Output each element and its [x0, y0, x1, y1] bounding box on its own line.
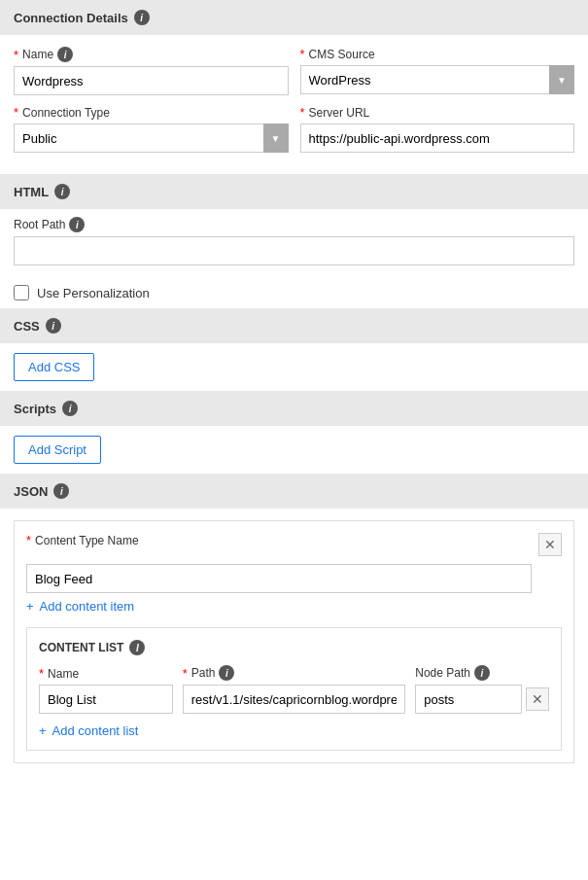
- server-url-label: * Server URL: [300, 105, 575, 120]
- name-input[interactable]: [14, 66, 289, 95]
- name-required-star: *: [14, 48, 18, 62]
- ct-required-star: *: [14, 105, 18, 120]
- connection-type-select-wrapper: Public Private: [14, 123, 289, 153]
- connection-details-header: Connection Details i: [0, 0, 588, 35]
- cl-name-label-text: Name: [48, 667, 79, 681]
- content-list-card: CONTENT LIST i * Name * Path: [26, 627, 562, 751]
- connection-type-select[interactable]: Public Private: [14, 123, 289, 153]
- cl-name-required-star: *: [39, 666, 44, 681]
- content-type-close-button[interactable]: ✕: [538, 533, 562, 556]
- use-personalization-checkbox[interactable]: [14, 285, 29, 300]
- scripts-section-title: Scripts: [14, 402, 56, 416]
- server-url-input[interactable]: [300, 123, 575, 153]
- add-content-item-plus-icon: +: [26, 599, 34, 614]
- content-list-header-text: CONTENT LIST: [39, 641, 123, 654]
- content-list-info-icon[interactable]: i: [129, 640, 145, 655]
- name-info-icon[interactable]: i: [57, 47, 73, 62]
- server-url-label-text: Server URL: [309, 106, 370, 120]
- html-section-title: HTML: [14, 185, 49, 199]
- css-section: CSS i Add CSS: [0, 308, 588, 391]
- scripts-btn-section: Add Script: [0, 426, 588, 474]
- content-list-node-label: Node Path i: [415, 665, 549, 681]
- name-label-text: Name: [22, 48, 53, 61]
- json-section: JSON i * Content Type Name ✕ + Add conte…: [0, 474, 588, 785]
- scripts-section-header: Scripts i: [0, 391, 588, 426]
- content-type-name-input[interactable]: [26, 564, 532, 593]
- content-list-close-button[interactable]: ✕: [526, 687, 549, 711]
- connection-type-label-text: Connection Type: [22, 106, 110, 120]
- cl-path-info-icon[interactable]: i: [219, 665, 234, 681]
- use-personalization-label: Use Personalization: [37, 286, 150, 300]
- cms-source-label: * CMS Source: [300, 47, 575, 61]
- root-path-label: Root Path i: [14, 217, 574, 232]
- add-css-button[interactable]: Add CSS: [14, 353, 94, 381]
- ctn-required-star: *: [26, 533, 31, 547]
- name-label: * Name i: [14, 47, 289, 62]
- cl-node-info-icon[interactable]: i: [474, 665, 490, 681]
- add-script-button[interactable]: Add Script: [14, 436, 101, 464]
- content-list-name-input[interactable]: [39, 685, 173, 714]
- content-list-node-input[interactable]: [415, 685, 522, 714]
- html-section-header: HTML i: [0, 174, 588, 209]
- root-path-section: Root Path i: [0, 209, 588, 277]
- connection-details-form: * Name i * CMS Source WordPress Contentf…: [0, 35, 588, 174]
- css-section-title: CSS: [14, 319, 40, 334]
- cms-source-label-text: CMS Source: [309, 48, 375, 61]
- connection-type-group: * Connection Type Public Private: [14, 105, 289, 153]
- name-group: * Name i: [14, 47, 289, 95]
- add-content-list-plus-icon: +: [39, 723, 47, 738]
- add-content-list-label: Add content list: [52, 723, 139, 738]
- content-list-fields-row: * Name * Path i: [39, 665, 549, 714]
- content-list-path-field: * Path i: [183, 665, 406, 714]
- content-list-name-label: * Name: [39, 666, 173, 681]
- json-form-body: * Content Type Name ✕ + Add content item…: [0, 509, 588, 785]
- su-required-star: *: [300, 105, 305, 120]
- add-content-item-row[interactable]: + Add content item: [26, 593, 562, 619]
- css-btn-section: Add CSS: [0, 343, 588, 391]
- cms-source-select-wrapper: WordPress Contentful Other: [300, 65, 575, 94]
- connection-type-label: * Connection Type: [14, 105, 289, 120]
- root-path-info-icon[interactable]: i: [69, 217, 85, 232]
- content-type-header-row: * Content Type Name ✕: [26, 533, 562, 556]
- server-url-group: * Server URL: [300, 105, 575, 153]
- scripts-info-icon[interactable]: i: [62, 401, 78, 416]
- json-section-header: JSON i: [0, 474, 588, 509]
- cms-source-select[interactable]: WordPress Contentful Other: [300, 65, 575, 94]
- css-info-icon[interactable]: i: [46, 318, 61, 334]
- cl-path-label-text: Path: [191, 666, 216, 680]
- name-cms-row: * Name i * CMS Source WordPress Contentf…: [14, 47, 574, 95]
- connection-details-info-icon[interactable]: i: [134, 10, 150, 25]
- cms-required-star: *: [300, 47, 305, 61]
- cms-source-group: * CMS Source WordPress Contentful Other: [300, 47, 575, 95]
- use-personalization-row: Use Personalization: [0, 277, 588, 308]
- content-type-name-label-text: Content Type Name: [35, 534, 139, 547]
- root-path-input[interactable]: [14, 236, 574, 265]
- connection-details-title: Connection Details: [14, 11, 128, 25]
- json-section-title: JSON: [14, 484, 48, 499]
- content-list-node-field: Node Path i ✕: [415, 665, 549, 714]
- add-content-list-row[interactable]: + Add content list: [39, 723, 549, 738]
- connection-details-section: Connection Details i * Name i * CMS Sour…: [0, 0, 588, 174]
- cl-node-label-text: Node Path: [415, 666, 470, 680]
- content-type-name-label: * Content Type Name: [26, 533, 531, 547]
- html-section: HTML i Root Path i Use Personalization: [0, 174, 588, 308]
- content-list-header: CONTENT LIST i: [39, 640, 549, 655]
- content-list-name-field: * Name: [39, 666, 173, 714]
- html-info-icon[interactable]: i: [54, 184, 70, 199]
- content-type-card: * Content Type Name ✕ + Add content item…: [14, 520, 574, 763]
- add-content-item-label: Add content item: [40, 599, 135, 614]
- content-list-path-input[interactable]: [183, 685, 406, 714]
- connection-type-server-row: * Connection Type Public Private * Serve…: [14, 105, 574, 153]
- css-section-header: CSS i: [0, 308, 588, 343]
- json-info-icon[interactable]: i: [53, 483, 69, 499]
- scripts-section: Scripts i Add Script: [0, 391, 588, 474]
- content-list-path-label: * Path i: [183, 665, 406, 681]
- root-path-label-text: Root Path: [14, 218, 65, 231]
- cl-path-required-star: *: [183, 666, 188, 681]
